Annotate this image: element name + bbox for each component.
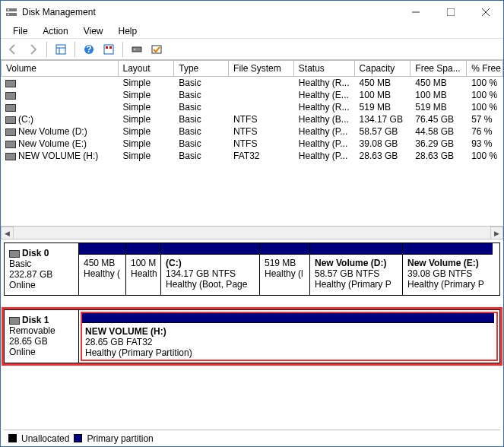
partition[interactable]: NEW VOLUME (H:)28.65 GB FAT32Healthy (Pr…	[81, 312, 494, 361]
cell-type: Basic	[174, 138, 229, 150]
disk-row-0[interactable]: Disk 0 Basic 232.87 GB Online 450 MBHeal…	[4, 243, 500, 296]
partition-size: 450 MB	[84, 258, 121, 268]
disk-name: Disk 0	[22, 248, 49, 258]
cell-status: Healthy (P...	[294, 138, 355, 150]
volume-icon	[5, 92, 16, 100]
cell-capacity: 58.57 GB	[355, 125, 411, 138]
cell-status: Healthy (E...	[294, 89, 355, 101]
scroll-left-icon[interactable]: ◀	[1, 227, 14, 239]
cell-layout: Simple	[119, 101, 175, 113]
cell-pct: 100 %	[467, 150, 503, 162]
table-row[interactable]: SimpleBasicHealthy (E...100 MB100 MB100 …	[1, 89, 503, 101]
partition-name: (C:)	[166, 258, 255, 268]
col-status[interactable]: Status	[294, 60, 355, 77]
partition-color-bar	[79, 243, 125, 255]
cell-pct: 100 %	[467, 77, 503, 89]
scroll-right-icon[interactable]: ▶	[490, 227, 503, 239]
svg-rect-14	[106, 46, 108, 49]
col-layout[interactable]: Layout	[119, 60, 175, 77]
cell-pct: 100 %	[467, 101, 503, 113]
refresh-button[interactable]	[128, 41, 146, 58]
forward-button[interactable]	[24, 41, 42, 58]
disk-icon	[9, 250, 20, 258]
legend-label-primary: Primary partition	[87, 433, 153, 444]
horizontal-scrollbar[interactable]: ◀ ▶	[1, 226, 503, 239]
settings-button[interactable]	[100, 41, 118, 58]
table-row[interactable]: SimpleBasicHealthy (R...450 MB450 MB100 …	[1, 77, 503, 89]
cell-pct: 57 %	[467, 113, 503, 125]
svg-rect-15	[109, 46, 112, 49]
cell-capacity: 39.08 GB	[355, 138, 411, 150]
volume-icon	[5, 128, 16, 136]
partition[interactable]: 100 MHealth	[126, 243, 161, 295]
partition[interactable]: (C:)134.17 GB NTFSHealthy (Boot, Page	[161, 243, 260, 295]
maximize-button[interactable]	[433, 1, 468, 24]
minimize-button[interactable]	[398, 1, 433, 24]
partition[interactable]: 519 MBHealthy (l	[260, 243, 310, 295]
cell-capacity: 450 MB	[355, 77, 411, 89]
cell-fs	[229, 77, 294, 89]
partition-label: 519 MBHealthy (l	[260, 255, 309, 295]
volume-icon	[5, 116, 16, 124]
table-header-row: Volume Layout Type File System Status Ca…	[1, 60, 503, 77]
disk-size: 28.65 GB	[9, 336, 74, 347]
partition-size: 134.17 GB NTFS	[166, 268, 255, 279]
partition-name: New Volume (D:)	[315, 258, 398, 268]
col-capacity[interactable]: Capacity	[355, 60, 411, 77]
col-filesystem[interactable]: File System	[229, 60, 294, 77]
menubar: File Action View Help	[1, 24, 503, 39]
svg-rect-13	[104, 45, 113, 54]
legend-label-unallocated: Unallocated	[21, 433, 69, 444]
partition-label: New Volume (E:)39.08 GB NTFSHealthy (Pri…	[403, 255, 493, 295]
partition-label: New Volume (D:)58.57 GB NTFSHealthy (Pri…	[310, 255, 402, 295]
table-row[interactable]: (C:)SimpleBasicNTFSHealthy (B...134.17 G…	[1, 113, 503, 125]
cell-capacity: 519 MB	[355, 101, 411, 113]
cell-type: Basic	[174, 125, 229, 138]
partition[interactable]: New Volume (D:)58.57 GB NTFSHealthy (Pri…	[310, 243, 403, 295]
partition-label: (C:)134.17 GB NTFSHealthy (Boot, Page	[161, 255, 259, 295]
partition-status: Health	[131, 268, 156, 279]
disk-status: Online	[9, 280, 74, 290]
close-button[interactable]	[468, 1, 503, 24]
back-button[interactable]	[4, 41, 22, 58]
table-row[interactable]: NEW VOLUME (H:)SimpleBasicFAT32Healthy (…	[1, 150, 503, 162]
col-pctfree[interactable]: % Free	[467, 60, 503, 77]
toolbar-separator	[46, 42, 47, 57]
partition-color-bar	[81, 312, 494, 323]
table-row[interactable]: SimpleBasicHealthy (R...519 MB519 MB100 …	[1, 101, 503, 113]
volume-table: Volume Layout Type File System Status Ca…	[1, 60, 503, 165]
partition-status: Healthy (Boot, Page	[166, 279, 255, 290]
partition[interactable]: 450 MBHealthy (	[79, 243, 126, 295]
help-button[interactable]: ?	[80, 41, 98, 58]
partition-status: Healthy (l	[265, 268, 305, 279]
partition-status: Healthy (Primary P	[407, 279, 488, 290]
cell-layout: Simple	[119, 138, 175, 150]
col-type[interactable]: Type	[174, 60, 229, 77]
scroll-track[interactable]	[14, 227, 490, 239]
toolbar-separator	[74, 42, 75, 57]
cell-fs: NTFS	[229, 125, 294, 138]
menu-file[interactable]: File	[5, 24, 35, 38]
cell-layout: Simple	[119, 113, 175, 125]
cell-layout: Simple	[119, 125, 175, 138]
disk-row-1[interactable]: Disk 1 Removable 28.65 GB Online NEW VOL…	[4, 309, 500, 363]
partition-name: New Volume (E:)	[407, 258, 488, 268]
table-row[interactable]: New Volume (E:)SimpleBasicNTFSHealthy (P…	[1, 138, 503, 150]
cell-capacity: 134.17 GB	[355, 113, 411, 125]
table-row[interactable]: New Volume (D:)SimpleBasicNTFSHealthy (P…	[1, 125, 503, 138]
menu-view[interactable]: View	[76, 24, 111, 38]
menu-action[interactable]: Action	[35, 24, 75, 38]
cell-pct: 100 %	[467, 89, 503, 101]
col-volume[interactable]: Volume	[1, 60, 119, 77]
svg-rect-5	[447, 8, 455, 16]
cell-volume: New Volume (E:)	[18, 138, 87, 149]
volume-icon	[5, 104, 16, 112]
partition[interactable]: New Volume (E:)39.08 GB NTFSHealthy (Pri…	[403, 243, 493, 295]
cell-free: 36.29 GB	[410, 138, 467, 150]
col-freespace[interactable]: Free Spa...	[410, 60, 467, 77]
disk-size: 232.87 GB	[9, 269, 74, 280]
list-button[interactable]	[147, 41, 166, 58]
disk-info: Disk 1 Removable 28.65 GB Online	[5, 310, 79, 363]
properties-button[interactable]	[52, 41, 70, 58]
menu-help[interactable]: Help	[111, 24, 145, 38]
